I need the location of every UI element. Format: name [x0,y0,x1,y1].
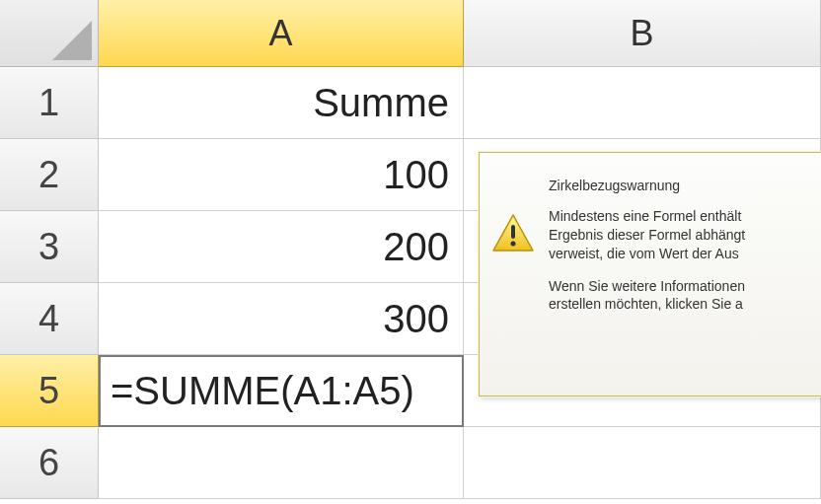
cell-a2[interactable]: 100 [99,139,464,211]
tooltip-line: verweist, die vom Wert der Aus [549,245,745,263]
row-header-3[interactable]: 3 [0,211,99,283]
row-header-1[interactable]: 1 [0,67,99,139]
cell-a4[interactable]: 300 [99,283,464,355]
cell-a5[interactable]: =SUMME(A1:A5) [99,355,464,427]
warning-icon [491,212,535,255]
circular-reference-warning-tooltip: Zirkelbezugswarnung Mindestens eine Form… [479,152,821,396]
tooltip-title: Zirkelbezugswarnung [549,177,745,195]
tooltip-line: erstellen möchten, klicken Sie a [549,295,745,314]
column-header-a[interactable]: A [99,0,464,67]
cell-a1[interactable]: Summe [99,67,464,139]
tooltip-line: Mindestens eine Formel enthält [549,207,745,226]
svg-rect-1 [511,225,515,239]
select-all-corner[interactable] [0,0,99,67]
cell-a3[interactable]: 200 [99,211,464,283]
row-header-6[interactable]: 6 [0,427,99,499]
row-header-5[interactable]: 5 [0,355,99,427]
tooltip-line: Ergebnis dieser Formel abhängt [549,226,745,245]
cell-b1[interactable] [464,67,821,139]
cell-b6[interactable] [464,427,821,499]
tooltip-text: Zirkelbezugswarnung Mindestens eine Form… [549,177,745,384]
row-header-4[interactable]: 4 [0,283,99,355]
row-header-2[interactable]: 2 [0,139,99,211]
svg-point-2 [511,242,516,247]
tooltip-line: Wenn Sie weitere Informationen [549,277,745,296]
cell-a6[interactable] [99,427,464,499]
column-header-b[interactable]: B [464,0,821,67]
